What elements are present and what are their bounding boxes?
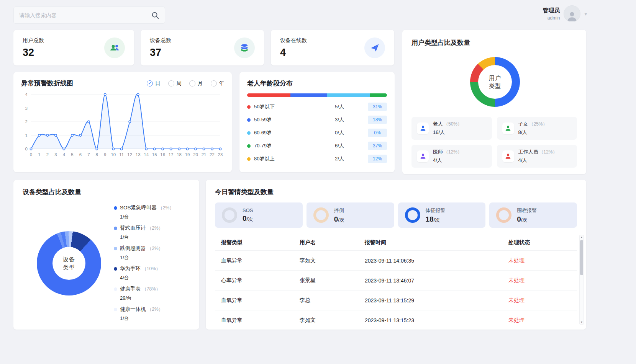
- alarm-unit: /次: [521, 217, 528, 223]
- period-week[interactable]: 周: [168, 80, 182, 87]
- alarm-label: 围栏报警: [517, 207, 537, 214]
- svg-text:1: 1: [25, 133, 28, 138]
- age-row: 70-79岁 6/人 37%: [247, 139, 387, 152]
- scrollbar[interactable]: ▲ ▼: [579, 235, 584, 325]
- radio-icon: [147, 80, 153, 87]
- cell-user: 李总: [300, 297, 365, 304]
- search-input[interactable]: [19, 12, 151, 18]
- alarm-value: 18: [426, 215, 434, 223]
- stat-label: 设备在线数: [280, 37, 307, 44]
- legend-count: 1/台: [120, 234, 193, 241]
- legend-dot: [114, 227, 117, 230]
- donut-center-line1: 用户: [489, 74, 501, 82]
- period-selector: 日 周 月 年: [147, 80, 224, 87]
- svg-text:12: 12: [127, 152, 132, 157]
- legend-percent: （12%）: [444, 149, 462, 155]
- period-label: 月: [198, 80, 203, 87]
- legend-dot: [114, 247, 117, 250]
- period-month[interactable]: 月: [189, 80, 203, 87]
- age-bar-segment: [247, 93, 290, 97]
- svg-text:2: 2: [25, 119, 28, 124]
- warning-line-chart-card: 异常预警数折线图 日 周 月 年 01234012345678910111213…: [13, 72, 232, 172]
- age-label: 70-79岁: [254, 142, 316, 149]
- today-alarms-card: 今日警情类型及数量 SOS 0/次 摔倒 0/次 体征报警 18/次: [206, 180, 586, 330]
- stat-texts: 设备在线数 4: [280, 37, 307, 59]
- legend-count: 4/台: [120, 274, 193, 281]
- device-chart-title: 设备类型占比及数量: [23, 188, 190, 196]
- stat-card-total-users: 用户总数 32: [13, 30, 134, 65]
- alarm-table: 报警类型 用户名 报警时间 处理状态 血氧异常 李如文 2023-09-11 1…: [215, 235, 577, 330]
- radio-icon: [189, 80, 195, 87]
- legend-percent: （50%）: [444, 121, 462, 127]
- stat-value: 32: [23, 47, 44, 59]
- svg-text:13: 13: [136, 152, 141, 157]
- svg-text:15: 15: [152, 152, 157, 157]
- alarm-label: SOS: [243, 207, 253, 213]
- age-percent-badge: 18%: [368, 116, 387, 124]
- age-count: 6/人: [316, 142, 362, 149]
- age-percent-badge: 37%: [368, 142, 387, 150]
- legend-dot: [247, 105, 251, 109]
- svg-text:7: 7: [87, 152, 90, 157]
- legend-dot: [114, 267, 117, 271]
- legend-item-children: 子女（25%） 8/人: [497, 117, 577, 140]
- svg-text:18: 18: [177, 152, 182, 157]
- age-label: 50岁以下: [254, 103, 316, 110]
- svg-text:9: 9: [104, 152, 106, 157]
- table-row: 心率异常 张景星 2023-09-11 13:46:07 未处理: [215, 271, 577, 291]
- legend-percent: （25%）: [529, 121, 547, 127]
- scroll-up-icon[interactable]: ▲: [580, 235, 583, 239]
- search-icon[interactable]: [151, 11, 159, 20]
- svg-text:3: 3: [25, 106, 28, 111]
- scrollbar-thumb[interactable]: [580, 240, 583, 275]
- col-header-user: 用户名: [300, 239, 365, 246]
- cell-user: 李如文: [300, 317, 365, 324]
- scroll-down-icon[interactable]: ▼: [580, 320, 583, 324]
- legend-percent: （10%）: [142, 266, 161, 271]
- alarm-value: 0: [334, 215, 338, 223]
- user-name: admin: [543, 15, 560, 21]
- device-type-card: 设备类型占比及数量 设备 类型 SOS紧急呼叫器 （2%） 1/台 臂式血压计 …: [13, 180, 199, 330]
- age-row: 50-59岁 3/人 18%: [247, 113, 387, 126]
- user-type-title: 用户类型占比及数量: [411, 38, 579, 47]
- database-icon: [234, 38, 255, 58]
- svg-text:6: 6: [79, 152, 82, 157]
- age-distribution-card: 老人年龄段分布 50岁以下 5/人 31% 50-59岁 3/人 18% 60-…: [239, 72, 395, 172]
- fence-ring-icon: [496, 207, 511, 223]
- avatar[interactable]: [564, 5, 580, 22]
- legend-label: 老人: [433, 121, 443, 127]
- cell-status: 未处理: [508, 257, 571, 264]
- svg-text:17: 17: [169, 152, 174, 157]
- cell-alarm-type: 血氧异常: [221, 317, 300, 324]
- svg-text:21: 21: [202, 152, 207, 157]
- col-header-time: 报警时间: [365, 239, 508, 246]
- cell-time: 2023-09-11 13:15:29: [365, 297, 508, 304]
- elderly-icon: [417, 122, 429, 134]
- legend-count: 1/台: [120, 315, 193, 322]
- stat-value: 37: [150, 47, 171, 59]
- staff-icon: [502, 150, 514, 162]
- cell-status: 未处理: [508, 317, 571, 324]
- legend-item-elderly: 老人（50%） 16/人: [411, 117, 492, 140]
- stat-value: 4: [280, 47, 307, 59]
- legend-count: 8/人: [518, 129, 547, 136]
- stat-texts: 设备总数 37: [150, 37, 171, 59]
- legend-label: 工作人员: [518, 149, 538, 155]
- period-year[interactable]: 年: [211, 80, 225, 87]
- table-row: 血氧异常 李如文 2023-09-11 13:15:23 未处理: [215, 310, 577, 330]
- stat-card-total-devices: 设备总数 37: [141, 30, 264, 65]
- avatar-person-icon: [566, 10, 578, 22]
- col-header-status: 处理状态: [508, 239, 571, 246]
- user-role: 管理员: [543, 7, 560, 14]
- svg-text:10: 10: [111, 152, 116, 157]
- chevron-down-icon[interactable]: ▾: [584, 11, 587, 17]
- legend-dot: [247, 118, 251, 122]
- legend-dot: [247, 157, 251, 161]
- cell-alarm-type: 血氧异常: [221, 257, 300, 264]
- period-day[interactable]: 日: [147, 80, 161, 87]
- age-row: 80岁以上 2/人 12%: [247, 152, 387, 165]
- legend-label: 医师: [433, 149, 443, 155]
- age-row: 60-69岁 0/人 0%: [247, 126, 387, 139]
- age-stacked-bar: [247, 93, 387, 97]
- svg-text:1: 1: [38, 152, 40, 157]
